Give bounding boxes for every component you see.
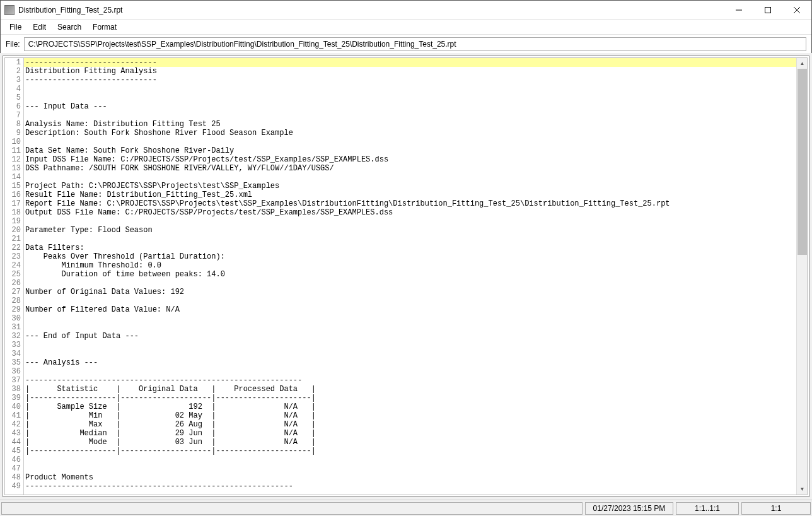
line-number: 11: [5, 146, 23, 155]
code-line[interactable]: | Statistic | Original Data | Processed …: [24, 385, 796, 394]
code-line[interactable]: [24, 314, 796, 323]
code-line[interactable]: [24, 296, 796, 305]
line-number: 20: [5, 226, 23, 235]
line-number: 45: [5, 447, 23, 455]
maximize-button[interactable]: [753, 1, 782, 20]
menu-file[interactable]: File: [4, 21, 26, 33]
code-line[interactable]: [24, 85, 796, 93]
line-number: 5: [5, 93, 23, 102]
window-controls: [724, 1, 811, 20]
code-line[interactable]: ----------------------------------------…: [24, 376, 796, 385]
close-button[interactable]: [782, 1, 811, 20]
scroll-up-arrow[interactable]: ▲: [797, 58, 808, 69]
code-line[interactable]: Distribution Fitting Analysis: [24, 67, 796, 76]
code-line[interactable]: Output DSS File Name: C:/PROJECTS/SSP/Pr…: [24, 208, 796, 217]
line-number: 22: [5, 243, 23, 252]
code-line[interactable]: Number of Original Data Values: 192: [24, 288, 796, 296]
code-line[interactable]: [24, 138, 796, 146]
line-number: 38: [5, 385, 23, 394]
code-line[interactable]: Parameter Type: Flood Season: [24, 226, 796, 235]
code-line[interactable]: Analysis Name: Distribution Fitting Test…: [24, 120, 796, 129]
code-line[interactable]: [24, 235, 796, 243]
code-line[interactable]: [24, 173, 796, 182]
line-number: 16: [5, 191, 23, 199]
file-path-input[interactable]: [24, 37, 806, 51]
code-line[interactable]: Report File Name: C:\PROJECTS\SSP\Projec…: [24, 199, 796, 208]
minimize-button[interactable]: [724, 1, 753, 20]
line-number: 7: [5, 111, 23, 120]
code-line[interactable]: Peaks Over Threshold (Partial Duration):: [24, 252, 796, 261]
code-line[interactable]: Description: South Fork Shoshone River F…: [24, 129, 796, 138]
line-gutter: 1234567891011121314151617181920212223242…: [5, 58, 24, 495]
line-number: 33: [5, 341, 23, 349]
line-number: 47: [5, 464, 23, 473]
line-number: 8: [5, 120, 23, 129]
vertical-scrollbar[interactable]: ▲ ▼: [796, 58, 807, 495]
line-number: 19: [5, 217, 23, 226]
code-line[interactable]: [24, 93, 796, 102]
status-timestamp: 01/27/2023 15:15 PM: [585, 502, 673, 515]
menu-edit[interactable]: Edit: [28, 21, 51, 33]
code-area[interactable]: -----------------------------Distributio…: [24, 58, 796, 495]
line-number: 4: [5, 85, 23, 93]
line-number: 46: [5, 455, 23, 464]
code-line[interactable]: [24, 323, 796, 332]
line-number: 13: [5, 164, 23, 173]
app-icon: [4, 5, 14, 15]
code-line[interactable]: Minimum Threshold: 0.0: [24, 261, 796, 270]
line-number: 12: [5, 155, 23, 164]
line-number: 28: [5, 296, 23, 305]
code-line[interactable]: Data Filters:: [24, 243, 796, 252]
code-line[interactable]: Product Moments: [24, 473, 796, 482]
code-line[interactable]: Result File Name: Distribution_Fitting_T…: [24, 191, 796, 199]
code-line[interactable]: [24, 279, 796, 288]
code-line[interactable]: | Median | 29 Jun | N/A |: [24, 429, 796, 438]
code-line[interactable]: [24, 455, 796, 464]
code-line[interactable]: Project Path: C:\PROJECTS\SSP\Projects\t…: [24, 182, 796, 191]
code-line[interactable]: -----------------------------: [24, 58, 796, 67]
line-number: 42: [5, 420, 23, 429]
line-number: 3: [5, 76, 23, 85]
code-line[interactable]: [24, 367, 796, 376]
code-line[interactable]: Duration of time between peaks: 14.0: [24, 270, 796, 279]
filebar: File:: [1, 35, 811, 54]
editor[interactable]: 1234567891011121314151617181920212223242…: [4, 57, 808, 495]
line-number: 35: [5, 358, 23, 367]
code-line[interactable]: Data Set Name: South Fork Shoshone River…: [24, 146, 796, 155]
code-line[interactable]: [24, 349, 796, 358]
code-line[interactable]: ----------------------------------------…: [24, 482, 796, 491]
editor-container: 1234567891011121314151617181920212223242…: [0, 53, 812, 500]
statusbar: 01/27/2023 15:15 PM 1:1..1:1 1:1: [0, 500, 812, 516]
code-line[interactable]: --- Input Data ---: [24, 102, 796, 111]
line-number: 21: [5, 235, 23, 243]
code-line[interactable]: | Max | 26 Aug | N/A |: [24, 420, 796, 429]
line-number: 36: [5, 367, 23, 376]
code-line[interactable]: | Min | 02 May | N/A |: [24, 411, 796, 420]
code-line[interactable]: [24, 464, 796, 473]
code-line[interactable]: [24, 111, 796, 120]
scroll-down-arrow[interactable]: ▼: [797, 484, 808, 495]
code-line[interactable]: --- Analysis ---: [24, 358, 796, 367]
code-line[interactable]: --- End of Input Data ---: [24, 332, 796, 341]
line-number: 30: [5, 314, 23, 323]
code-line[interactable]: [24, 341, 796, 349]
scroll-thumb[interactable]: [798, 69, 807, 255]
code-line[interactable]: |-------------------|-------------------…: [24, 447, 796, 455]
line-number: 31: [5, 323, 23, 332]
code-line[interactable]: Input DSS File Name: C:/PROJECTS/SSP/Pro…: [24, 155, 796, 164]
code-line[interactable]: | Mode | 03 Jun | N/A |: [24, 438, 796, 447]
titlebar-left: Distribution_Fitting_Test_25.rpt: [4, 5, 122, 15]
code-line[interactable]: |-------------------|-------------------…: [24, 394, 796, 402]
code-line[interactable]: DSS Pathname: /SOUTH FORK SHOSHONE RIVER…: [24, 164, 796, 173]
status-message: [1, 502, 583, 515]
code-line[interactable]: Number of Filtered Data Value: N/A: [24, 305, 796, 314]
line-number: 2: [5, 67, 23, 76]
menu-format[interactable]: Format: [88, 21, 122, 33]
file-label: File:: [6, 40, 20, 49]
line-number: 6: [5, 102, 23, 111]
code-line[interactable]: -----------------------------: [24, 76, 796, 85]
svg-rect-1: [765, 7, 771, 13]
code-line[interactable]: | Sample Size | 192 | N/A |: [24, 402, 796, 411]
menu-search[interactable]: Search: [52, 21, 86, 33]
code-line[interactable]: [24, 217, 796, 226]
